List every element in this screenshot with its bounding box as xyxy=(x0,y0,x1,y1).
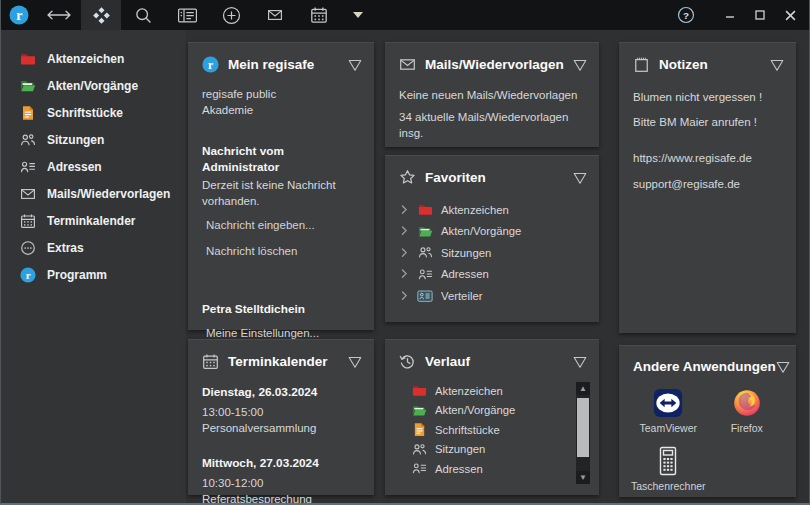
sidebar-item-aktenzeichen[interactable]: Aktenzeichen xyxy=(1,45,186,72)
mail-icon xyxy=(399,56,416,73)
chevron-right-icon[interactable] xyxy=(401,269,410,279)
sidebar-item-schriftstuecke[interactable]: Schriftstücke xyxy=(1,99,186,126)
favorite-item-adressen[interactable]: Adressen xyxy=(385,264,599,286)
card-header: Mails/Wiedervorlagen xyxy=(385,43,599,73)
history-item-akten-vorgaenge[interactable]: Akten/Vorgänge xyxy=(385,401,563,421)
menu-caret-icon xyxy=(353,12,363,18)
card-collapse-button[interactable] xyxy=(348,59,362,71)
contact-icon xyxy=(417,266,433,282)
history-label: Akten/Vorgänge xyxy=(435,404,515,416)
register-icon xyxy=(177,7,198,24)
calendar-button[interactable] xyxy=(297,0,341,30)
sidebar-item-label: Sitzungen xyxy=(47,133,104,147)
note-line[interactable]: Blumen nicht vergessen ! xyxy=(619,89,796,105)
ellipsis-circle-icon xyxy=(19,239,36,256)
card-collapse-button[interactable] xyxy=(348,356,362,368)
sidebar-item-label: Adressen xyxy=(47,160,102,174)
sidebar-item-sitzungen[interactable]: Sitzungen xyxy=(1,126,186,153)
card-collapse-button[interactable] xyxy=(573,356,587,368)
chevron-right-icon[interactable] xyxy=(401,226,410,236)
chevron-right-icon[interactable] xyxy=(401,248,410,258)
card-mails-wiedervorlagen: Mails/Wiedervorlagen Keine neuen Mails/W… xyxy=(385,42,599,147)
search-icon xyxy=(134,6,153,25)
history-item-aktenzeichen[interactable]: Aktenzeichen xyxy=(385,381,563,401)
card-favoriten: Favoriten Aktenzeichen Akten/Vorgänge xyxy=(385,155,599,322)
star-icon xyxy=(399,169,416,186)
help-button[interactable]: ? xyxy=(671,0,701,30)
cockpit-icon xyxy=(92,6,111,25)
card-title: Mails/Wiedervorlagen xyxy=(425,57,564,72)
note-link-url[interactable]: https://www.regisafe.de xyxy=(619,150,796,166)
maximize-button[interactable] xyxy=(745,0,775,30)
app-taschenrechner[interactable]: Taschenrechner xyxy=(629,444,708,492)
scroll-down-arrow[interactable]: ▼ xyxy=(576,471,590,484)
card-andere-anwendungen: Andere Anwendungen TeamViewer xyxy=(619,345,796,497)
history-scrollbar[interactable]: ▲ ▼ xyxy=(576,382,590,484)
favorite-item-verteiler[interactable]: Verteiler xyxy=(385,285,599,307)
favorite-label: Sitzungen xyxy=(441,247,491,259)
admin-message-heading: Nachricht vom Administrator xyxy=(188,143,374,175)
sidebar-item-label: Programm xyxy=(47,268,107,282)
appointment-date[interactable]: Dienstag, 26.03.2024 xyxy=(188,384,374,400)
history-item-sitzungen[interactable]: Sitzungen xyxy=(385,440,563,460)
favorite-item-aktenzeichen[interactable]: Aktenzeichen xyxy=(385,199,599,221)
appointment-date[interactable]: Mittwoch, 27.03.2024 xyxy=(188,455,374,471)
appointment-event[interactable]: 13:00-15:00 Personalversammlung xyxy=(188,404,374,436)
favorite-item-akten-vorgaenge[interactable]: Akten/Vorgänge xyxy=(385,221,599,243)
sidebar-item-terminkalender[interactable]: Terminkalender xyxy=(1,207,186,234)
card-header: Terminkalender xyxy=(188,340,374,370)
people-icon xyxy=(411,441,427,457)
sidebar-item-label: Aktenzeichen xyxy=(47,52,124,66)
card-header: Favoriten xyxy=(385,156,599,186)
card-collapse-button[interactable] xyxy=(573,172,587,184)
contact-icon xyxy=(19,158,36,175)
card-collapse-button[interactable] xyxy=(573,59,587,71)
card-collapse-button[interactable] xyxy=(770,59,784,71)
app-teamviewer[interactable]: TeamViewer xyxy=(629,386,708,434)
sidebar-item-adressen[interactable]: Adressen xyxy=(1,153,186,180)
history-label: Sitzungen xyxy=(435,443,485,455)
more-menu-button[interactable] xyxy=(341,0,375,30)
app-grid: TeamViewer xyxy=(619,374,796,492)
app-firefox[interactable]: Firefox xyxy=(708,386,787,434)
mail-icon xyxy=(19,185,36,202)
regisafe-logo-icon[interactable] xyxy=(1,0,37,30)
chevron-right-icon[interactable] xyxy=(401,205,410,215)
note-link-email[interactable]: support@regisafe.de xyxy=(619,176,796,192)
card-collapse-button[interactable] xyxy=(776,361,790,373)
search-button[interactable] xyxy=(121,0,165,30)
sidebar-item-label: Schriftstücke xyxy=(47,106,123,120)
enter-message-link[interactable]: Nachricht eingeben... xyxy=(188,218,374,233)
card-notizen: Notizen Blumen nicht vergessen ! Bitte B… xyxy=(619,42,796,333)
note-line[interactable]: Bitte BM Maier anrufen ! xyxy=(619,114,796,130)
add-button[interactable] xyxy=(209,0,253,30)
nav-arrows-icon[interactable] xyxy=(37,0,81,30)
notepad-icon xyxy=(633,56,650,73)
scrollbar-thumb[interactable] xyxy=(577,398,589,457)
minimize-button[interactable] xyxy=(715,0,745,30)
app-window: ? Aktenzeichen Akten/Vorgänge xyxy=(0,0,810,505)
sidebar-item-akten-vorgaenge[interactable]: Akten/Vorgänge xyxy=(1,72,186,99)
cockpit-button[interactable] xyxy=(81,0,121,30)
content-area: Aktenzeichen Akten/Vorgänge Schriftstück… xyxy=(1,30,809,503)
people-icon xyxy=(19,131,36,148)
mail-button[interactable] xyxy=(253,0,297,30)
scroll-up-arrow[interactable]: ▲ xyxy=(576,382,590,395)
sidebar-item-extras[interactable]: Extras xyxy=(1,234,186,261)
register-button[interactable] xyxy=(165,0,209,30)
chevron-right-icon[interactable] xyxy=(401,291,410,301)
delete-message-link[interactable]: Nachricht löschen xyxy=(188,244,374,259)
favorite-label: Akten/Vorgänge xyxy=(441,225,521,237)
folder-red-icon xyxy=(19,50,36,67)
card-header: Verlauf xyxy=(385,340,599,370)
history-item-schriftstuecke[interactable]: Schriftstücke xyxy=(385,420,563,440)
sidebar-item-mails-wiedervorlagen[interactable]: Mails/Wiedervorlagen xyxy=(1,180,186,207)
instance-name2: Akademie xyxy=(188,102,374,118)
favorite-item-sitzungen[interactable]: Sitzungen xyxy=(385,242,599,264)
favorite-label: Verteiler xyxy=(441,290,482,302)
sidebar-item-label: Extras xyxy=(47,241,84,255)
sidebar-item-programm[interactable]: Programm xyxy=(1,261,186,288)
close-button[interactable] xyxy=(775,0,805,30)
history-item-adressen[interactable]: Adressen xyxy=(385,459,563,479)
appointment-event[interactable]: 10:30-12:00 Referatsbesprechung xyxy=(188,475,374,505)
